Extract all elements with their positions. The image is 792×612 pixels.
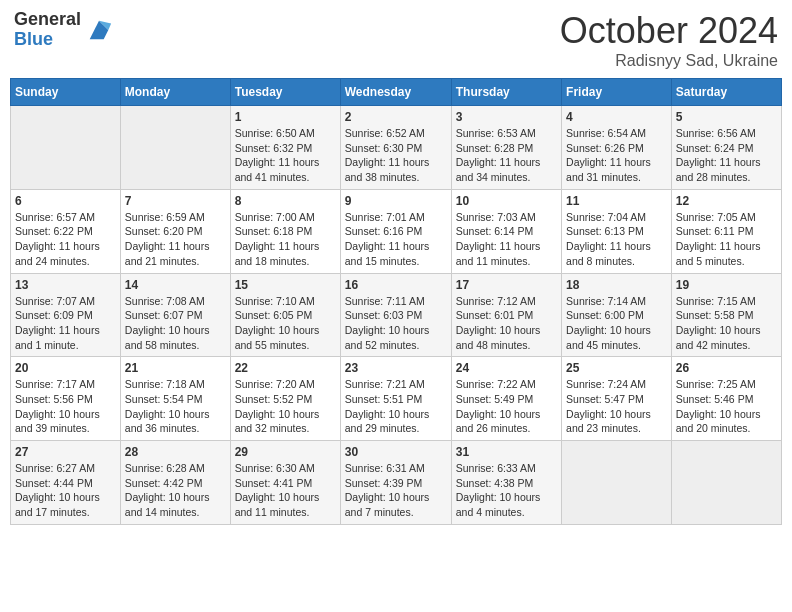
day-number: 9 <box>345 194 447 208</box>
calendar-cell: 20Sunrise: 7:17 AM Sunset: 5:56 PM Dayli… <box>11 357 121 441</box>
calendar-cell: 16Sunrise: 7:11 AM Sunset: 6:03 PM Dayli… <box>340 273 451 357</box>
day-number: 26 <box>676 361 777 375</box>
calendar-cell: 13Sunrise: 7:07 AM Sunset: 6:09 PM Dayli… <box>11 273 121 357</box>
calendar-cell: 25Sunrise: 7:24 AM Sunset: 5:47 PM Dayli… <box>562 357 672 441</box>
calendar-week-row: 27Sunrise: 6:27 AM Sunset: 4:44 PM Dayli… <box>11 441 782 525</box>
calendar-cell: 23Sunrise: 7:21 AM Sunset: 5:51 PM Dayli… <box>340 357 451 441</box>
day-info: Sunrise: 7:25 AM Sunset: 5:46 PM Dayligh… <box>676 377 777 436</box>
calendar-cell <box>562 441 672 525</box>
calendar-cell: 14Sunrise: 7:08 AM Sunset: 6:07 PM Dayli… <box>120 273 230 357</box>
day-info: Sunrise: 6:31 AM Sunset: 4:39 PM Dayligh… <box>345 461 447 520</box>
day-number: 5 <box>676 110 777 124</box>
day-info: Sunrise: 7:24 AM Sunset: 5:47 PM Dayligh… <box>566 377 667 436</box>
day-number: 24 <box>456 361 557 375</box>
logo: General Blue <box>14 10 113 50</box>
calendar-header-row: SundayMondayTuesdayWednesdayThursdayFrid… <box>11 79 782 106</box>
day-of-week-header: Saturday <box>671 79 781 106</box>
calendar-cell: 19Sunrise: 7:15 AM Sunset: 5:58 PM Dayli… <box>671 273 781 357</box>
calendar-cell: 6Sunrise: 6:57 AM Sunset: 6:22 PM Daylig… <box>11 189 121 273</box>
day-number: 29 <box>235 445 336 459</box>
day-of-week-header: Wednesday <box>340 79 451 106</box>
month-title: October 2024 <box>560 10 778 52</box>
day-info: Sunrise: 7:21 AM Sunset: 5:51 PM Dayligh… <box>345 377 447 436</box>
day-info: Sunrise: 7:01 AM Sunset: 6:16 PM Dayligh… <box>345 210 447 269</box>
calendar-week-row: 6Sunrise: 6:57 AM Sunset: 6:22 PM Daylig… <box>11 189 782 273</box>
day-info: Sunrise: 7:03 AM Sunset: 6:14 PM Dayligh… <box>456 210 557 269</box>
day-info: Sunrise: 7:00 AM Sunset: 6:18 PM Dayligh… <box>235 210 336 269</box>
day-info: Sunrise: 6:52 AM Sunset: 6:30 PM Dayligh… <box>345 126 447 185</box>
day-of-week-header: Thursday <box>451 79 561 106</box>
day-number: 7 <box>125 194 226 208</box>
day-info: Sunrise: 6:30 AM Sunset: 4:41 PM Dayligh… <box>235 461 336 520</box>
calendar-cell: 28Sunrise: 6:28 AM Sunset: 4:42 PM Dayli… <box>120 441 230 525</box>
calendar-cell: 5Sunrise: 6:56 AM Sunset: 6:24 PM Daylig… <box>671 106 781 190</box>
day-number: 28 <box>125 445 226 459</box>
page-header: General Blue October 2024 Radisnyy Sad, … <box>10 10 782 70</box>
location-title: Radisnyy Sad, Ukraine <box>560 52 778 70</box>
day-number: 31 <box>456 445 557 459</box>
calendar-cell: 3Sunrise: 6:53 AM Sunset: 6:28 PM Daylig… <box>451 106 561 190</box>
calendar-cell: 29Sunrise: 6:30 AM Sunset: 4:41 PM Dayli… <box>230 441 340 525</box>
day-of-week-header: Monday <box>120 79 230 106</box>
calendar-week-row: 1Sunrise: 6:50 AM Sunset: 6:32 PM Daylig… <box>11 106 782 190</box>
calendar-cell <box>671 441 781 525</box>
logo-blue-text: Blue <box>14 30 81 50</box>
calendar-body: 1Sunrise: 6:50 AM Sunset: 6:32 PM Daylig… <box>11 106 782 525</box>
day-number: 4 <box>566 110 667 124</box>
day-info: Sunrise: 6:53 AM Sunset: 6:28 PM Dayligh… <box>456 126 557 185</box>
logo-icon <box>85 16 113 44</box>
day-number: 21 <box>125 361 226 375</box>
calendar-cell: 11Sunrise: 7:04 AM Sunset: 6:13 PM Dayli… <box>562 189 672 273</box>
calendar-cell: 24Sunrise: 7:22 AM Sunset: 5:49 PM Dayli… <box>451 357 561 441</box>
calendar-cell: 4Sunrise: 6:54 AM Sunset: 6:26 PM Daylig… <box>562 106 672 190</box>
day-number: 10 <box>456 194 557 208</box>
day-number: 27 <box>15 445 116 459</box>
day-of-week-header: Friday <box>562 79 672 106</box>
day-number: 20 <box>15 361 116 375</box>
calendar-cell: 31Sunrise: 6:33 AM Sunset: 4:38 PM Dayli… <box>451 441 561 525</box>
day-number: 13 <box>15 278 116 292</box>
calendar-cell <box>11 106 121 190</box>
calendar-cell: 15Sunrise: 7:10 AM Sunset: 6:05 PM Dayli… <box>230 273 340 357</box>
day-number: 25 <box>566 361 667 375</box>
day-info: Sunrise: 7:05 AM Sunset: 6:11 PM Dayligh… <box>676 210 777 269</box>
day-info: Sunrise: 7:11 AM Sunset: 6:03 PM Dayligh… <box>345 294 447 353</box>
day-info: Sunrise: 7:22 AM Sunset: 5:49 PM Dayligh… <box>456 377 557 436</box>
day-info: Sunrise: 7:20 AM Sunset: 5:52 PM Dayligh… <box>235 377 336 436</box>
calendar-cell: 10Sunrise: 7:03 AM Sunset: 6:14 PM Dayli… <box>451 189 561 273</box>
calendar-cell <box>120 106 230 190</box>
day-number: 15 <box>235 278 336 292</box>
day-number: 23 <box>345 361 447 375</box>
day-info: Sunrise: 7:15 AM Sunset: 5:58 PM Dayligh… <box>676 294 777 353</box>
day-info: Sunrise: 6:27 AM Sunset: 4:44 PM Dayligh… <box>15 461 116 520</box>
day-info: Sunrise: 7:04 AM Sunset: 6:13 PM Dayligh… <box>566 210 667 269</box>
day-number: 2 <box>345 110 447 124</box>
day-of-week-header: Tuesday <box>230 79 340 106</box>
day-info: Sunrise: 6:50 AM Sunset: 6:32 PM Dayligh… <box>235 126 336 185</box>
calendar-cell: 7Sunrise: 6:59 AM Sunset: 6:20 PM Daylig… <box>120 189 230 273</box>
day-info: Sunrise: 7:17 AM Sunset: 5:56 PM Dayligh… <box>15 377 116 436</box>
day-info: Sunrise: 6:28 AM Sunset: 4:42 PM Dayligh… <box>125 461 226 520</box>
day-number: 17 <box>456 278 557 292</box>
day-info: Sunrise: 6:59 AM Sunset: 6:20 PM Dayligh… <box>125 210 226 269</box>
day-number: 22 <box>235 361 336 375</box>
day-info: Sunrise: 7:14 AM Sunset: 6:00 PM Dayligh… <box>566 294 667 353</box>
calendar-cell: 8Sunrise: 7:00 AM Sunset: 6:18 PM Daylig… <box>230 189 340 273</box>
calendar-cell: 12Sunrise: 7:05 AM Sunset: 6:11 PM Dayli… <box>671 189 781 273</box>
calendar-week-row: 20Sunrise: 7:17 AM Sunset: 5:56 PM Dayli… <box>11 357 782 441</box>
day-number: 14 <box>125 278 226 292</box>
day-number: 18 <box>566 278 667 292</box>
day-number: 16 <box>345 278 447 292</box>
day-of-week-header: Sunday <box>11 79 121 106</box>
calendar-cell: 1Sunrise: 6:50 AM Sunset: 6:32 PM Daylig… <box>230 106 340 190</box>
calendar-cell: 2Sunrise: 6:52 AM Sunset: 6:30 PM Daylig… <box>340 106 451 190</box>
day-info: Sunrise: 7:12 AM Sunset: 6:01 PM Dayligh… <box>456 294 557 353</box>
day-info: Sunrise: 7:10 AM Sunset: 6:05 PM Dayligh… <box>235 294 336 353</box>
day-info: Sunrise: 6:57 AM Sunset: 6:22 PM Dayligh… <box>15 210 116 269</box>
day-number: 12 <box>676 194 777 208</box>
calendar-cell: 21Sunrise: 7:18 AM Sunset: 5:54 PM Dayli… <box>120 357 230 441</box>
calendar-cell: 17Sunrise: 7:12 AM Sunset: 6:01 PM Dayli… <box>451 273 561 357</box>
day-number: 19 <box>676 278 777 292</box>
calendar-cell: 27Sunrise: 6:27 AM Sunset: 4:44 PM Dayli… <box>11 441 121 525</box>
day-number: 6 <box>15 194 116 208</box>
